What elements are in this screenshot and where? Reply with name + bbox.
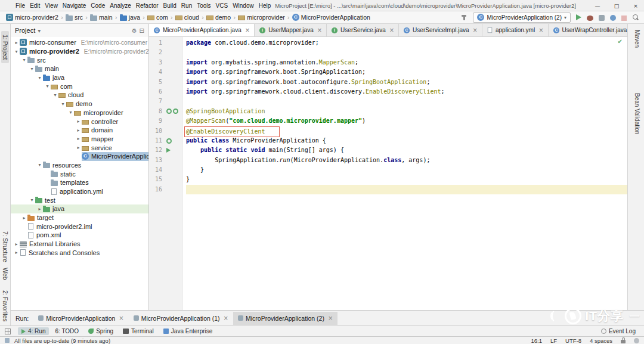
tool-button-7-structure[interactable]: 7: Structure bbox=[1, 228, 9, 266]
tool-button-6-todo[interactable]: 6: TODO bbox=[51, 327, 82, 335]
line-number[interactable]: 12 bbox=[149, 145, 162, 155]
close-button[interactable]: × bbox=[632, 3, 639, 9]
line-number[interactable]: 2 bbox=[149, 48, 162, 57]
tree-item-pom-xml[interactable]: pom.xml bbox=[11, 231, 148, 240]
tree-item-scratches-and-consoles[interactable]: ▸Scratches and Consoles bbox=[11, 249, 148, 258]
tree-item-test[interactable]: ▾test bbox=[11, 196, 148, 204]
stop-icon[interactable] bbox=[621, 16, 627, 21]
tool-button-spring[interactable]: Spring bbox=[85, 327, 117, 335]
chevron-collapsed-icon[interactable]: ▸ bbox=[13, 40, 20, 45]
tool-button-event-log[interactable]: Event Log bbox=[597, 327, 639, 335]
collapse-icon[interactable]: ⊟ bbox=[140, 27, 144, 34]
close-icon[interactable]: × bbox=[245, 27, 250, 33]
menu-refactor[interactable]: Refactor bbox=[134, 2, 161, 9]
editor-tab-application-yml[interactable]: application.yml× bbox=[482, 24, 549, 36]
debug-icon[interactable] bbox=[587, 16, 593, 21]
chevron-expanded-icon[interactable]: ▾ bbox=[60, 101, 66, 107]
tree-item-java[interactable]: ▾java bbox=[11, 73, 148, 82]
code-content[interactable]: package com.cloud.demo.microprovider;imp… bbox=[182, 37, 627, 310]
tree-item-application-yml[interactable]: application.yml bbox=[11, 187, 148, 196]
chevron-collapsed-icon[interactable]: ▸ bbox=[36, 206, 43, 212]
settings-icon[interactable]: ⚙ bbox=[132, 27, 137, 34]
tree-item-micro-consumer[interactable]: ▸micro-consumerE:\micro\micro-consumer bbox=[11, 38, 148, 47]
tree-item-microproviderapplication[interactable]: CMicroProviderApplication bbox=[11, 152, 148, 161]
close-icon[interactable]: × bbox=[119, 315, 123, 321]
chevron-collapsed-icon[interactable]: ▸ bbox=[21, 215, 27, 221]
close-icon[interactable]: × bbox=[328, 315, 333, 321]
maximize-button[interactable]: □ bbox=[613, 3, 620, 9]
editor-tab-userwrapcontroller-java[interactable]: CUserWrapController.java× bbox=[549, 24, 627, 36]
tree-item-microprovider[interactable]: ▾microprovider bbox=[11, 109, 148, 117]
status-utf-8[interactable]: UTF-8 bbox=[565, 337, 581, 344]
menu-tools[interactable]: Tools bbox=[194, 2, 213, 9]
chevron-expanded-icon[interactable]: ▾ bbox=[52, 92, 58, 98]
chevron-collapsed-icon[interactable]: ▸ bbox=[75, 119, 82, 124]
chevron-expanded-icon[interactable]: ▾ bbox=[29, 197, 35, 203]
tree-item-service[interactable]: ▸service bbox=[11, 143, 148, 152]
close-icon[interactable]: × bbox=[224, 315, 228, 321]
tree-item-resources[interactable]: ▾resources bbox=[11, 161, 148, 170]
project-panel-title[interactable]: Project bbox=[15, 27, 35, 34]
tree-item-domain[interactable]: ▸domain bbox=[11, 126, 148, 135]
chevron-expanded-icon[interactable]: ▾ bbox=[13, 49, 20, 54]
spring-bean-gutter-icon[interactable] bbox=[166, 138, 172, 144]
chevron-collapsed-icon[interactable]: ▸ bbox=[13, 241, 20, 247]
menu-analyze[interactable]: Analyze bbox=[107, 2, 134, 9]
minimize-button[interactable]: — bbox=[594, 3, 601, 9]
tree-item-static[interactable]: static bbox=[11, 169, 148, 178]
line-number[interactable]: 4 bbox=[149, 67, 162, 77]
tree-item-com[interactable]: ▾com bbox=[11, 82, 148, 91]
menu-navigate[interactable]: Navigate bbox=[60, 2, 88, 9]
run-configuration-select[interactable]: CMicroProviderApplication (2)▾ bbox=[473, 13, 571, 23]
editor-tab-userservice-java[interactable]: IUserService.java× bbox=[327, 24, 399, 36]
menu-code[interactable]: Code bbox=[88, 2, 107, 9]
line-number[interactable]: 7 bbox=[149, 97, 162, 106]
line-number[interactable]: 1 bbox=[149, 38, 162, 48]
tree-item-java[interactable]: ▸java bbox=[11, 204, 148, 213]
close-icon[interactable]: × bbox=[389, 27, 394, 33]
tree-item-demo[interactable]: ▾demo bbox=[11, 100, 148, 109]
line-number[interactable]: 5 bbox=[149, 78, 162, 87]
status-4-spaces[interactable]: 4 spaces bbox=[590, 337, 612, 344]
editor-tab-microproviderapplication-java[interactable]: CMicroProviderApplication.java× bbox=[149, 24, 255, 36]
line-number[interactable]: 6 bbox=[149, 87, 162, 97]
breadcrumb-item-com[interactable]: com bbox=[146, 13, 169, 21]
breadcrumb-item-cloud[interactable]: cloud bbox=[174, 13, 200, 21]
line-number[interactable]: 11 bbox=[149, 136, 162, 145]
tool-button-java-enterprise[interactable]: Java Enterprise bbox=[160, 327, 216, 335]
tool-button-terminal[interactable]: Terminal bbox=[119, 327, 157, 335]
tool-button-1-project[interactable]: 1: Project bbox=[1, 31, 9, 63]
close-icon[interactable]: × bbox=[538, 27, 543, 33]
menu-run[interactable]: Run bbox=[179, 2, 194, 9]
chevron-expanded-icon[interactable]: ▾ bbox=[21, 57, 27, 63]
code-editor[interactable]: 12345678910111213141516 package com.clou… bbox=[149, 37, 627, 310]
breadcrumb-item-java[interactable]: java bbox=[119, 13, 141, 21]
menu-vcs[interactable]: VCS bbox=[213, 2, 231, 9]
menu-edit[interactable]: Edit bbox=[27, 2, 42, 9]
editor-tab-userserviceimpl-java[interactable]: CUserServiceImpl.java× bbox=[399, 24, 482, 36]
inspections-ok-icon[interactable]: ✔ bbox=[618, 38, 623, 45]
editor-tab-usermapper-java[interactable]: IUserMapper.java× bbox=[255, 24, 327, 36]
line-number[interactable]: 10 bbox=[149, 126, 162, 136]
profiler-icon[interactable] bbox=[610, 15, 616, 21]
tree-item-external-libraries[interactable]: ▸External Libraries bbox=[11, 240, 148, 249]
breadcrumb-item-demo[interactable]: demo bbox=[205, 13, 232, 21]
tree-item-src[interactable]: ▾src bbox=[11, 55, 148, 64]
run-gutter-icon[interactable] bbox=[166, 148, 171, 153]
chevron-collapsed-icon[interactable]: ▸ bbox=[13, 250, 20, 255]
breadcrumb-item-src[interactable]: src bbox=[64, 13, 84, 21]
tree-item-main[interactable]: ▾main bbox=[11, 64, 148, 73]
tree-item-cloud[interactable]: ▾cloud bbox=[11, 91, 148, 100]
spring-bean-gutter-icon[interactable] bbox=[166, 109, 172, 114]
breadcrumb-item-microproviderapplication[interactable]: CMicroProviderApplication bbox=[291, 13, 371, 21]
chevron-expanded-icon[interactable]: ▾ bbox=[36, 162, 43, 168]
tree-item-micro-provider2[interactable]: ▾micro-provider2E:\micro\micro-provider2 bbox=[11, 47, 148, 56]
tool-button-bean-validation[interactable]: Bean Validation bbox=[633, 89, 641, 138]
chevron-collapsed-icon[interactable]: ▸ bbox=[75, 128, 82, 133]
tree-item-target[interactable]: ▸target bbox=[11, 213, 148, 222]
chevron-expanded-icon[interactable]: ▾ bbox=[36, 75, 43, 80]
tool-button-4-run[interactable]: 4: Run bbox=[18, 327, 49, 335]
status-16-1[interactable]: 16:1 bbox=[531, 337, 542, 344]
close-icon[interactable]: × bbox=[473, 27, 478, 33]
tree-item-mapper[interactable]: ▸mapper bbox=[11, 135, 148, 144]
